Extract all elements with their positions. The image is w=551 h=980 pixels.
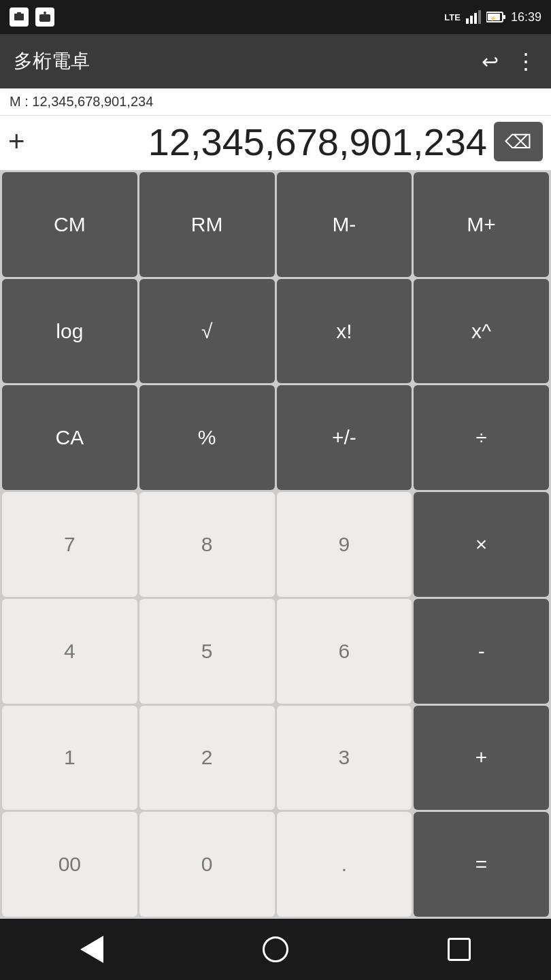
back-button[interactable] (71, 929, 112, 970)
two-button[interactable]: 2 (139, 706, 275, 811)
svg-rect-5 (470, 16, 473, 24)
cm-button[interactable]: CM (2, 172, 137, 277)
equals-button[interactable]: = (414, 812, 549, 917)
button-row-5: 123+ (2, 706, 549, 811)
notification-icon-2 (35, 7, 54, 27)
svg-rect-1 (17, 12, 21, 14)
svg-rect-2 (39, 14, 50, 22)
svg-text:⚡: ⚡ (490, 15, 497, 22)
svg-point-3 (44, 12, 46, 14)
plusminus-button[interactable]: +/- (277, 385, 412, 490)
zero-button[interactable]: 0 (139, 812, 275, 917)
plus-button[interactable]: + (414, 706, 549, 811)
undo-button[interactable]: ↩ (482, 50, 499, 74)
one-button[interactable]: 1 (2, 706, 137, 811)
three-button[interactable]: 3 (277, 706, 412, 811)
main-display: + 12,345,678,901,234 ⌫ (0, 116, 551, 170)
app-bar: 多桁電卓 ↩ ⋮ (0, 34, 551, 88)
button-row-0: CMRMM-M+ (2, 172, 549, 277)
display-sign: + (8, 125, 29, 158)
multiply-button[interactable]: × (414, 492, 549, 597)
status-bar: LTE ⚡ 16:39 (0, 0, 551, 34)
display-value: 12,345,678,901,234 (35, 120, 487, 164)
five-button[interactable]: 5 (139, 599, 275, 704)
nine-button[interactable]: 9 (277, 492, 412, 597)
log-button[interactable]: log (2, 279, 137, 384)
menu-button[interactable]: ⋮ (515, 48, 537, 74)
button-row-3: 789× (2, 492, 549, 597)
button-row-4: 456- (2, 599, 549, 704)
clock: 16:39 (511, 10, 541, 24)
lte-indicator: LTE (444, 12, 461, 22)
svg-rect-0 (14, 14, 24, 20)
svg-rect-9 (503, 15, 505, 19)
recents-button[interactable] (439, 929, 480, 970)
factorial-button[interactable]: x! (277, 279, 412, 384)
eight-button[interactable]: 8 (139, 492, 275, 597)
divide-button[interactable]: ÷ (414, 385, 549, 490)
mminus-button[interactable]: M- (277, 172, 412, 277)
svg-rect-6 (474, 13, 477, 24)
sqrt-button[interactable]: √ (139, 279, 275, 384)
button-row-1: log√x!x^ (2, 279, 549, 384)
nav-bar (0, 919, 551, 980)
button-grid: CMRMM-M+log√x!x^CA%+/-÷789×456-123+000.= (0, 170, 551, 919)
decimal-button[interactable]: . (277, 812, 412, 917)
memory-display: M : 12,345,678,901,234 (0, 88, 551, 116)
minus-button[interactable]: - (414, 599, 549, 704)
backspace-button[interactable]: ⌫ (494, 122, 543, 161)
svg-rect-4 (466, 18, 469, 24)
signal-icon (466, 10, 481, 24)
notification-icon-1 (10, 7, 29, 27)
status-left (10, 7, 54, 27)
app-title: 多桁電卓 (14, 48, 90, 74)
doublezero-button[interactable]: 00 (2, 812, 137, 917)
percent-button[interactable]: % (139, 385, 275, 490)
four-button[interactable]: 4 (2, 599, 137, 704)
seven-button[interactable]: 7 (2, 492, 137, 597)
button-row-6: 000.= (2, 812, 549, 917)
home-button[interactable] (255, 929, 296, 970)
backspace-icon: ⌫ (505, 131, 532, 153)
status-right: LTE ⚡ 16:39 (444, 10, 541, 24)
power-button[interactable]: x^ (414, 279, 549, 384)
button-row-2: CA%+/-÷ (2, 385, 549, 490)
battery-icon: ⚡ (486, 10, 505, 24)
ca-button[interactable]: CA (2, 385, 137, 490)
mplus-button[interactable]: M+ (414, 172, 549, 277)
six-button[interactable]: 6 (277, 599, 412, 704)
rm-button[interactable]: RM (139, 172, 275, 277)
app-bar-actions: ↩ ⋮ (482, 48, 537, 74)
svg-rect-7 (478, 10, 481, 24)
memory-value: M : 12,345,678,901,234 (10, 94, 153, 109)
